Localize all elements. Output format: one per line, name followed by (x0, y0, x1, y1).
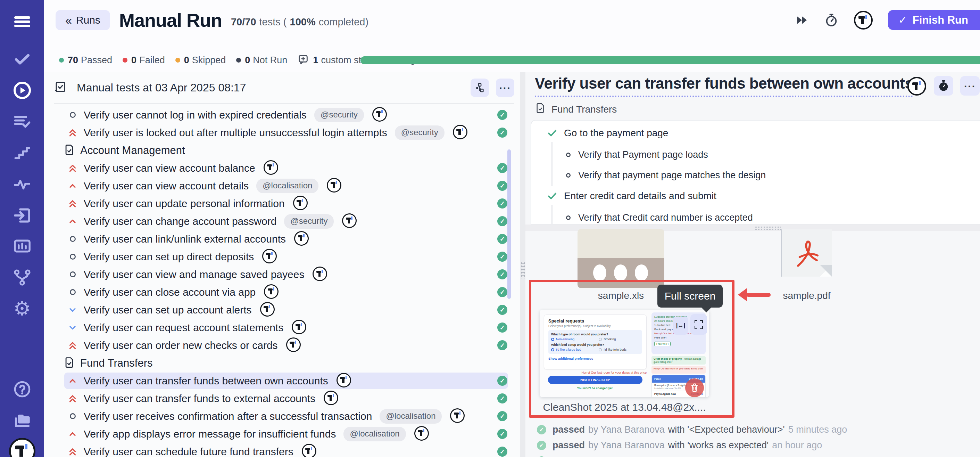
list-check-icon (13, 112, 32, 131)
tests-word: tests ( (259, 16, 287, 28)
stat-failed[interactable]: 0Failed (123, 55, 165, 66)
document-check-icon (535, 102, 546, 116)
status-passed-icon[interactable]: ✓ (497, 198, 508, 209)
list-more-button[interactable]: ... (496, 78, 514, 97)
test-row[interactable]: Verify user can view and manage saved pa… (44, 265, 520, 283)
status-stats: 70Passed0Failed0Skipped0Not Run (59, 55, 298, 66)
status-passed-icon[interactable]: ✓ (497, 340, 508, 350)
folder-icon (12, 411, 32, 431)
test-row[interactable]: Verify user can request account statemen… (44, 319, 520, 336)
detail-more-button[interactable]: ... (960, 76, 980, 96)
document-check-icon (64, 144, 75, 157)
test-row[interactable]: Verify user can change account password@… (44, 213, 520, 230)
suite-breadcrumb[interactable]: Fund Transfers (535, 102, 617, 116)
test-row[interactable]: Verify user can view account balance✓ (44, 159, 520, 177)
qase-repo-icon (293, 196, 308, 212)
sidebar-item-milestones[interactable] (0, 141, 44, 165)
annotation-arrow-icon (738, 288, 771, 301)
test-list-scrollbar[interactable] (508, 149, 511, 299)
qase-repo-icon (294, 231, 309, 247)
status-passed-icon[interactable]: ✓ (497, 128, 508, 137)
priority-normal-icon (67, 254, 78, 260)
passed-icon: ✓ (537, 425, 546, 435)
status-passed-icon[interactable]: ✓ (497, 411, 508, 421)
test-list-panel: Manual tests at 03 Apr 2025 08:17 ... Ve… (44, 72, 520, 457)
sidebar-item-runs[interactable] (0, 78, 44, 103)
test-row[interactable]: Verify user can order new checks or card… (44, 336, 520, 354)
attachment-pdf-name[interactable]: sample.pdf (768, 290, 845, 301)
status-passed-icon[interactable]: ✓ (497, 252, 508, 262)
test-row[interactable]: Verify user can link/unlink external acc… (44, 230, 520, 248)
attachment-xls-thumbnail[interactable] (578, 229, 664, 288)
double-chevron-left-icon: « (65, 14, 72, 27)
test-row[interactable]: Verify user can set up direct deposits✓ (44, 248, 520, 265)
clipboard-check-icon (54, 80, 67, 95)
sidebar-item-settings[interactable]: ⚙ (0, 296, 44, 321)
attachment-pdf-thumbnail[interactable] (781, 229, 832, 276)
qase-logo (0, 439, 44, 457)
status-passed-icon[interactable]: ✓ (497, 323, 508, 332)
help-icon (13, 380, 32, 399)
suite-name: Fund Transfers (552, 104, 617, 115)
test-row[interactable]: Verify user receives confirmation after … (44, 407, 520, 425)
status-passed-icon[interactable]: ✓ (497, 429, 508, 439)
tests-count: 70/70 (231, 16, 256, 28)
tag-badge: @security (284, 214, 334, 228)
sidebar-item-activity[interactable] (0, 172, 44, 197)
attachment-xls-name[interactable]: sample.xls (578, 290, 664, 301)
sidebar: ⚙ (0, 0, 44, 457)
menu-icon[interactable] (0, 9, 44, 34)
test-row[interactable]: Verify user can view account details@loc… (44, 177, 520, 195)
qase-repo-icon (450, 408, 465, 424)
test-row[interactable]: Verify user is locked out after multiple… (44, 124, 520, 141)
sidebar-item-test-plans[interactable] (0, 109, 44, 134)
sidebar-item-integrations[interactable] (0, 203, 44, 228)
preview-wifi-chip: Free Wi-Fi (654, 342, 671, 346)
test-row[interactable]: Verify app displays error message for in… (44, 425, 520, 443)
sidebar-item-traceability[interactable] (0, 265, 44, 290)
test-row[interactable]: Verify user can transfer funds to extern… (44, 390, 520, 407)
back-to-runs-button[interactable]: « Runs (56, 10, 110, 30)
stopwatch-icon[interactable] (824, 13, 838, 27)
status-passed-icon[interactable]: ✓ (497, 287, 508, 297)
result-history: ✓passedby Yana Baranovawith '<Expected b… (537, 425, 847, 457)
status-passed-icon[interactable]: ✓ (497, 447, 508, 457)
steps-card: Go to the payment pageVerify that Paymen… (531, 120, 980, 225)
status-passed-icon[interactable]: ✓ (497, 163, 508, 173)
fast-forward-icon[interactable] (795, 13, 809, 27)
sidebar-item-reports[interactable] (0, 233, 44, 259)
status-passed-icon[interactable]: ✓ (497, 234, 508, 244)
group-by-suite-button[interactable] (471, 78, 489, 97)
test-row[interactable]: Verify user can set up account alerts✓ (44, 301, 520, 319)
timer-button[interactable] (934, 76, 953, 96)
test-row[interactable]: Verify user can schedule future fund tra… (44, 443, 520, 457)
status-passed-icon[interactable]: ✓ (497, 269, 508, 280)
status-passed-icon[interactable]: ✓ (497, 376, 508, 386)
sidebar-item-documents[interactable] (0, 408, 44, 433)
status-passed-icon[interactable]: ✓ (497, 181, 508, 191)
attachment-screenshot-thumbnail[interactable]: Special requests Select your preference(… (540, 310, 709, 397)
run-progress-bar (361, 56, 980, 64)
priority-low-icon (67, 323, 78, 332)
panel-resize-handle[interactable] (520, 72, 525, 457)
drag-dots (755, 226, 781, 230)
preview-question: Which bed setup would you prefer? (551, 343, 640, 347)
test-row[interactable]: Verify user can close account via app✓ (44, 283, 520, 301)
sidebar-item-help[interactable] (0, 377, 44, 402)
sidebar-item-tests[interactable] (0, 46, 44, 72)
status-passed-icon[interactable]: ✓ (497, 393, 508, 403)
stat-skipped[interactable]: 0Skipped (175, 55, 226, 66)
result-history-row: ✓passedby Yana Baranovawith '<Expected b… (537, 425, 847, 435)
finish-run-button[interactable]: ✓ Finish Run (888, 10, 980, 30)
status-passed-icon[interactable]: ✓ (497, 110, 508, 120)
test-detail-title[interactable]: Verify user can transfer funds between o… (535, 75, 913, 97)
test-row[interactable]: Verify user can update personal informat… (44, 195, 520, 213)
status-passed-icon[interactable]: ✓ (497, 305, 508, 315)
stat-notrun[interactable]: 0Not Run (236, 55, 287, 66)
stat-passed[interactable]: 70Passed (59, 55, 112, 66)
test-step: Go to the payment pageVerify that Paymen… (547, 128, 973, 181)
test-row[interactable]: Verify user can transfer funds between o… (44, 372, 520, 390)
status-passed-icon[interactable]: ✓ (497, 216, 508, 226)
test-row[interactable]: Verify user cannot log in with expired c… (44, 106, 520, 124)
attachment-screenshot-name[interactable]: CleanShot 2025 at 13.04.48@2x.... (540, 401, 709, 413)
